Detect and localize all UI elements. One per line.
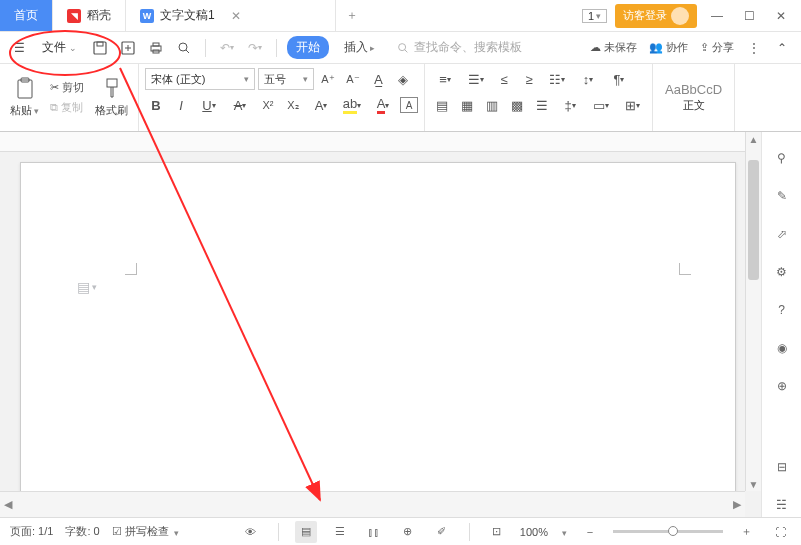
maximize-button[interactable]: ☐ bbox=[737, 4, 761, 28]
align-right-icon[interactable]: ▥ bbox=[481, 94, 503, 116]
command-search[interactable]: 查找命令、搜索模板 bbox=[396, 39, 522, 56]
zoom-slider[interactable] bbox=[613, 530, 723, 533]
vertical-scrollbar[interactable]: ▲ ▼ bbox=[745, 132, 761, 491]
tab-shell[interactable]: ◥ 稻壳 bbox=[53, 0, 126, 31]
decrease-indent-icon[interactable]: ≤ bbox=[493, 68, 515, 90]
app-menu-icon[interactable]: ☰ bbox=[8, 37, 30, 59]
svg-point-6 bbox=[179, 43, 187, 51]
sp-template-icon[interactable]: ◉ bbox=[770, 336, 794, 360]
shading-icon[interactable]: ▭▾ bbox=[587, 94, 615, 116]
new-tab-button[interactable]: ＋ bbox=[336, 0, 368, 31]
word-count[interactable]: 字数: 0 bbox=[65, 524, 99, 539]
sp-tools-icon[interactable]: ⊟ bbox=[770, 455, 794, 479]
superscript-icon[interactable]: X² bbox=[257, 94, 279, 116]
asian-layout-icon[interactable]: ☷▾ bbox=[543, 68, 571, 90]
align-justify-icon[interactable]: ▩ bbox=[506, 94, 528, 116]
scroll-right-icon[interactable]: ▶ bbox=[733, 498, 741, 511]
style-normal[interactable]: AaBbCcD 正文 bbox=[659, 80, 728, 115]
view-focus-icon[interactable]: ✐ bbox=[431, 521, 453, 543]
scroll-up-icon[interactable]: ▲ bbox=[746, 132, 761, 146]
save-icon[interactable] bbox=[89, 37, 111, 59]
zoom-knob[interactable] bbox=[668, 526, 678, 536]
text-effect-icon[interactable]: A▾ bbox=[307, 94, 335, 116]
login-button[interactable]: 访客登录 bbox=[615, 4, 697, 28]
distribute-icon[interactable]: ☰ bbox=[531, 94, 553, 116]
eye-icon[interactable]: 👁 bbox=[240, 521, 262, 543]
zoom-fit-icon[interactable]: ⊡ bbox=[486, 521, 508, 543]
subscript-icon[interactable]: X₂ bbox=[282, 94, 304, 116]
cut-button[interactable]: ✂剪切 bbox=[47, 79, 87, 96]
scroll-area[interactable]: ▤▾ bbox=[0, 132, 745, 491]
sp-help-icon[interactable]: ? bbox=[770, 298, 794, 322]
save-as-icon[interactable] bbox=[117, 37, 139, 59]
char-border-icon[interactable]: A bbox=[400, 97, 418, 113]
scroll-left-icon[interactable]: ◀ bbox=[4, 498, 12, 511]
collapse-ribbon-icon[interactable]: ⌃ bbox=[771, 37, 793, 59]
numbering-icon[interactable]: ☰▾ bbox=[462, 68, 490, 90]
change-case-icon[interactable]: A̲ bbox=[367, 68, 389, 90]
font-size-select[interactable]: 五号▾ bbox=[258, 68, 314, 90]
page-options-icon[interactable]: ▤▾ bbox=[77, 279, 97, 295]
clear-format-icon[interactable]: ◈ bbox=[392, 68, 414, 90]
view-read-icon[interactable]: ⫿⫿ bbox=[363, 521, 385, 543]
tab-home[interactable]: 首页 bbox=[0, 0, 53, 31]
close-tab-icon[interactable]: ✕ bbox=[231, 9, 241, 23]
close-window-button[interactable]: ✕ bbox=[769, 4, 793, 28]
sp-history-icon[interactable]: ☵ bbox=[770, 493, 794, 517]
fullscreen-icon[interactable]: ⛶ bbox=[769, 521, 791, 543]
font-color-icon[interactable]: A▾ bbox=[369, 94, 397, 116]
underline-icon[interactable]: U▾ bbox=[195, 94, 223, 116]
align-left-icon[interactable]: ▤ bbox=[431, 94, 453, 116]
bullets-icon[interactable]: ≡▾ bbox=[431, 68, 459, 90]
scroll-thumb[interactable] bbox=[748, 160, 759, 280]
sp-select-icon[interactable]: ⬀ bbox=[770, 222, 794, 246]
increase-font-icon[interactable]: A⁺ bbox=[317, 68, 339, 90]
tab-document[interactable]: W 文字文稿1 ✕ bbox=[126, 0, 336, 31]
scroll-down-icon[interactable]: ▼ bbox=[746, 477, 761, 491]
horizontal-scrollbar[interactable]: ◀ ▶ bbox=[0, 491, 745, 517]
sp-settings-icon[interactable]: ⚙ bbox=[770, 260, 794, 284]
print-icon[interactable] bbox=[145, 37, 167, 59]
show-marks-icon[interactable]: ¶▾ bbox=[605, 68, 633, 90]
print-preview-icon[interactable] bbox=[173, 37, 195, 59]
italic-icon[interactable]: I bbox=[170, 94, 192, 116]
view-outline-icon[interactable]: ☰ bbox=[329, 521, 351, 543]
redo-icon[interactable]: ↷▾ bbox=[244, 37, 266, 59]
minimize-button[interactable]: — bbox=[705, 4, 729, 28]
view-web-icon[interactable]: ⊕ bbox=[397, 521, 419, 543]
copy-button[interactable]: ⧉复制 bbox=[47, 99, 87, 116]
share-button[interactable]: ⇪分享 bbox=[697, 39, 737, 56]
more-icon[interactable]: ⋮ bbox=[743, 37, 765, 59]
file-menu[interactable]: 文件⌄ bbox=[36, 37, 83, 58]
paste-button[interactable]: 粘贴 bbox=[6, 75, 43, 120]
document-page[interactable]: ▤▾ bbox=[20, 162, 736, 491]
unsaved-indicator[interactable]: ☁未保存 bbox=[587, 39, 640, 56]
line-spacing-icon[interactable]: ‡▾ bbox=[556, 94, 584, 116]
view-page-icon[interactable]: ▤ bbox=[295, 521, 317, 543]
sp-more-icon[interactable]: ⊕ bbox=[770, 374, 794, 398]
decrease-font-icon[interactable]: A⁻ bbox=[342, 68, 364, 90]
format-painter-button[interactable]: 格式刷 bbox=[91, 75, 132, 120]
zoom-level[interactable]: 100% bbox=[520, 526, 548, 538]
sort-icon[interactable]: ↕▾ bbox=[574, 68, 602, 90]
zoom-in-icon[interactable]: ＋ bbox=[735, 521, 757, 543]
ribbon-tab-start[interactable]: 开始 bbox=[287, 36, 329, 59]
highlight-icon[interactable]: ab▾ bbox=[338, 94, 366, 116]
strikethrough-icon[interactable]: A▾ bbox=[226, 94, 254, 116]
increase-indent-icon[interactable]: ≥ bbox=[518, 68, 540, 90]
borders-icon[interactable]: ⊞▾ bbox=[618, 94, 646, 116]
bold-icon[interactable]: B bbox=[145, 94, 167, 116]
spellcheck-toggle[interactable]: ☑拼写检查 bbox=[112, 524, 179, 539]
zoom-out-icon[interactable]: − bbox=[579, 521, 601, 543]
notification-badge[interactable]: 1▾ bbox=[582, 9, 607, 23]
tab-shell-label: 稻壳 bbox=[87, 7, 111, 24]
sp-edit-icon[interactable]: ✎ bbox=[770, 184, 794, 208]
sp-navigate-icon[interactable]: ⚲ bbox=[770, 146, 794, 170]
page-indicator[interactable]: 页面: 1/1 bbox=[10, 524, 53, 539]
collab-button[interactable]: 👥协作 bbox=[646, 39, 691, 56]
horizontal-ruler[interactable] bbox=[0, 132, 745, 152]
align-center-icon[interactable]: ▦ bbox=[456, 94, 478, 116]
undo-icon[interactable]: ↶▾ bbox=[216, 37, 238, 59]
font-name-select[interactable]: 宋体 (正文)▾ bbox=[145, 68, 255, 90]
ribbon-tab-insert[interactable]: 插入 bbox=[335, 36, 384, 59]
